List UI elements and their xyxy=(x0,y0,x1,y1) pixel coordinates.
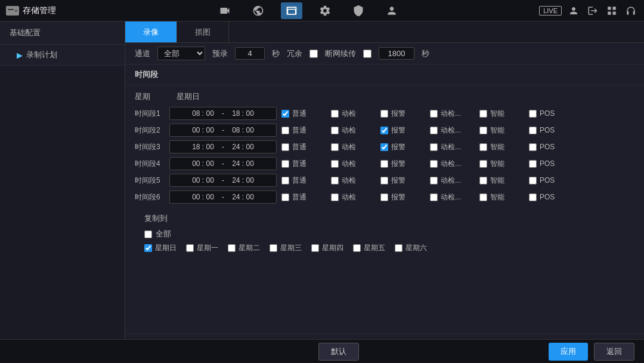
nav-security[interactable] xyxy=(348,2,369,19)
motion-check-4[interactable] xyxy=(331,160,339,168)
alarm-label-2: 报警 xyxy=(391,125,405,136)
motion-check-6[interactable] xyxy=(331,193,339,201)
smart-check-1[interactable] xyxy=(479,110,487,118)
nav-camera[interactable] xyxy=(214,2,236,19)
prerecord-input[interactable] xyxy=(235,47,265,60)
smart-label-5: 智能 xyxy=(490,176,504,186)
offline-record-unit: 秒 xyxy=(422,48,429,59)
copy-day-sunday: 星期日 xyxy=(144,243,177,253)
normal-check-2[interactable] xyxy=(281,127,289,134)
default-button[interactable]: 默认 xyxy=(318,343,359,361)
logout-icon[interactable] xyxy=(586,4,600,18)
copy-day-check-friday[interactable] xyxy=(353,244,361,252)
offline-record-input[interactable] xyxy=(379,47,414,60)
smart-check-6[interactable] xyxy=(479,193,487,201)
time-start-4[interactable] xyxy=(187,159,219,168)
alarm-check-1[interactable] xyxy=(380,110,388,118)
motion-alarm-check-1[interactable] xyxy=(430,110,438,118)
copy-day-check-sunday[interactable] xyxy=(144,244,152,252)
time-end-3[interactable] xyxy=(227,143,259,151)
sidebar-item-record-plan[interactable]: ▶ 录制计划 xyxy=(0,45,125,66)
time-start-2[interactable] xyxy=(187,126,219,134)
apply-button[interactable]: 应用 xyxy=(549,343,588,361)
copy-all-checkbox[interactable] xyxy=(144,230,152,238)
normal-group-3: 普通 xyxy=(281,142,326,152)
offline-record-checkbox[interactable] xyxy=(363,50,371,58)
time-end-5[interactable] xyxy=(227,176,259,184)
tab-record[interactable]: 录像 xyxy=(125,21,177,42)
time-start-1[interactable] xyxy=(187,109,219,118)
nav-account[interactable] xyxy=(381,2,402,19)
motion-check-1[interactable] xyxy=(331,110,339,118)
pos-check-5[interactable] xyxy=(529,177,537,184)
time-row-3: 时间段3 - 普通 动检 报警 动检... xyxy=(135,140,634,153)
pos-check-1[interactable] xyxy=(529,110,537,118)
copy-day-check-wednesday[interactable] xyxy=(270,244,277,252)
alarm-label-6: 报警 xyxy=(391,192,405,202)
time-range-4: - xyxy=(169,157,277,170)
motion-check-5[interactable] xyxy=(331,177,339,184)
normal-check-6[interactable] xyxy=(281,193,289,201)
normal-check-4[interactable] xyxy=(281,160,289,168)
motion-alarm-check-6[interactable] xyxy=(430,193,438,201)
sidebar-item-basic-config[interactable]: 基础配置 xyxy=(0,21,125,45)
pos-check-2[interactable] xyxy=(529,127,537,134)
copy-all-label: 全部 xyxy=(156,229,171,239)
copy-day-check-monday[interactable] xyxy=(186,244,194,252)
time-row-6: 时间段6 - 普通 动检 报警 动检... xyxy=(135,190,634,204)
nav-storage[interactable] xyxy=(281,2,302,19)
copy-day-check-tuesday[interactable] xyxy=(228,244,236,252)
time-start-6[interactable] xyxy=(187,193,219,201)
time-end-6[interactable] xyxy=(227,193,259,201)
user-icon[interactable] xyxy=(566,4,581,18)
alarm-check-5[interactable] xyxy=(380,177,388,184)
headphone-icon[interactable] xyxy=(624,4,638,18)
motion-alarm-check-3[interactable] xyxy=(430,143,438,151)
alarm-check-4[interactable] xyxy=(380,160,388,168)
smart-check-3[interactable] xyxy=(479,143,487,151)
normal-check-5[interactable] xyxy=(281,177,289,184)
pos-check-4[interactable] xyxy=(529,160,537,168)
copy-day-check-thursday[interactable] xyxy=(311,244,319,252)
motion-check-3[interactable] xyxy=(331,143,339,151)
pos-group-3: POS xyxy=(529,143,574,151)
motion-check-2[interactable] xyxy=(331,127,339,134)
motion-alarm-check-2[interactable] xyxy=(430,127,438,134)
grid-icon[interactable] xyxy=(605,4,619,18)
normal-check-3[interactable] xyxy=(281,143,289,151)
return-button[interactable]: 返回 xyxy=(594,343,634,361)
pos-check-6[interactable] xyxy=(529,193,537,201)
tab-capture[interactable]: 抓图 xyxy=(177,21,229,42)
motion-alarm-group-4: 动检... xyxy=(430,159,475,169)
alarm-group-2: 报警 xyxy=(380,125,425,136)
alarm-check-6[interactable] xyxy=(380,193,388,201)
motion-alarm-check-4[interactable] xyxy=(430,160,438,168)
time-start-3[interactable] xyxy=(187,143,219,151)
time-end-2[interactable] xyxy=(227,126,259,134)
channel-select[interactable]: 全部 通道1 通道2 xyxy=(157,47,205,60)
smart-check-4[interactable] xyxy=(479,160,487,168)
nav-settings[interactable] xyxy=(314,2,336,19)
normal-check-1[interactable] xyxy=(281,110,289,118)
motion-group-6: 动检 xyxy=(331,192,376,202)
time-end-1[interactable] xyxy=(227,109,259,118)
motion-label-3: 动检 xyxy=(342,142,356,152)
pos-check-3[interactable] xyxy=(529,143,537,151)
time-end-4[interactable] xyxy=(227,159,259,168)
smart-check-5[interactable] xyxy=(479,177,487,184)
redundancy-checkbox[interactable] xyxy=(309,50,318,58)
alarm-check-2[interactable] xyxy=(380,127,388,134)
copy-day-check-saturday[interactable] xyxy=(395,244,402,252)
motion-alarm-check-5[interactable] xyxy=(430,177,438,184)
svg-point-2 xyxy=(15,10,17,12)
normal-label-3: 普通 xyxy=(292,142,306,152)
motion-alarm-label-1: 动检... xyxy=(441,109,461,119)
time-start-5[interactable] xyxy=(187,176,219,184)
copy-day-label-saturday: 星期六 xyxy=(405,243,427,253)
smart-check-2[interactable] xyxy=(479,127,487,134)
time-row-label-3: 时间段3 xyxy=(135,142,165,152)
normal-label-2: 普通 xyxy=(292,125,306,136)
normal-group-1: 普通 xyxy=(281,109,326,119)
alarm-check-3[interactable] xyxy=(380,143,388,151)
nav-globe[interactable] xyxy=(247,2,269,19)
